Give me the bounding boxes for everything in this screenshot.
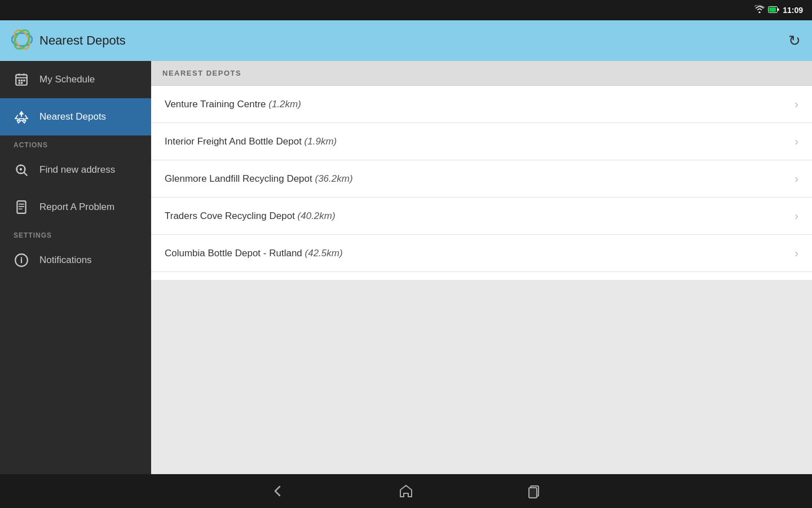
content-remainder — [151, 280, 812, 474]
sidebar-item-nearest-depots[interactable]: Nearest Depots — [0, 98, 151, 135]
sidebar-item-notifications[interactable]: Notifications — [0, 242, 151, 279]
actions-section-label: ACTIONS — [0, 135, 151, 151]
svg-rect-7 — [19, 80, 20, 81]
depot-list-item[interactable]: Glenmore Landfill Recycling Depot (36.2k… — [151, 160, 812, 198]
search-location-icon — [14, 162, 29, 178]
app-title: Nearest Depots — [39, 33, 126, 48]
sidebar-item-report-problem[interactable]: Report A Problem — [0, 189, 151, 226]
refresh-button[interactable]: ↻ — [788, 32, 801, 50]
sidebar-item-my-schedule-label: My Schedule — [39, 74, 95, 85]
depot-name: Interior Freight And Bottle Depot (1.9km… — [165, 136, 337, 147]
content-area: NEAREST DEPOTS Venture Training Centre (… — [151, 61, 812, 474]
time-display: 11:09 — [783, 6, 803, 15]
back-button[interactable] — [270, 483, 285, 499]
chevron-right-icon: › — [795, 247, 798, 260]
status-bar: 11:09 — [0, 0, 812, 20]
sidebar-item-find-address-label: Find new address — [39, 164, 115, 176]
depot-name: Venture Training Centre (1.2km) — [165, 99, 301, 110]
svg-rect-17 — [529, 488, 537, 498]
sidebar-item-notifications-label: Notifications — [39, 255, 92, 266]
recents-button[interactable] — [527, 483, 542, 499]
chevron-right-icon: › — [795, 209, 798, 222]
svg-rect-2 — [778, 8, 779, 11]
svg-point-13 — [20, 168, 22, 170]
chevron-right-icon: › — [795, 135, 798, 148]
settings-section-label: SETTINGS — [0, 226, 151, 242]
main-layout: My Schedule Nearest Depots ACTIONS — [0, 61, 812, 474]
svg-rect-1 — [769, 7, 776, 12]
battery-icon — [768, 5, 779, 15]
home-button[interactable] — [398, 483, 414, 499]
chevron-right-icon: › — [795, 172, 798, 185]
document-icon — [14, 199, 29, 215]
app-bar: Nearest Depots ↻ — [0, 20, 812, 61]
chevron-right-icon: › — [795, 98, 798, 111]
content-section-header: NEAREST DEPOTS — [151, 61, 812, 86]
depot-name: Traders Cove Recycling Depot (40.2km) — [165, 211, 336, 222]
depot-list-item[interactable]: Venture Training Centre (1.2km) › — [151, 86, 812, 123]
svg-rect-10 — [19, 82, 20, 84]
info-icon — [14, 252, 29, 268]
bottom-nav-bar — [0, 474, 812, 508]
calendar-icon — [14, 72, 29, 87]
depot-list-item[interactable]: Traders Cove Recycling Depot (40.2km) › — [151, 198, 812, 235]
sidebar: My Schedule Nearest Depots ACTIONS — [0, 61, 151, 474]
depot-name: Glenmore Landfill Recycling Depot (36.2k… — [165, 173, 353, 185]
depot-name: Columbia Bottle Depot - Rutland (42.5km) — [165, 248, 343, 259]
depot-list: Venture Training Centre (1.2km) › Interi… — [151, 86, 812, 280]
svg-rect-14 — [17, 201, 25, 213]
sidebar-item-nearest-depots-label: Nearest Depots — [39, 111, 106, 122]
svg-rect-11 — [21, 82, 23, 84]
depot-list-item[interactable]: Columbia Bottle Depot - Rutland (42.5km)… — [151, 235, 812, 272]
sidebar-item-find-address[interactable]: Find new address — [0, 151, 151, 189]
depot-list-item[interactable]: Interior Freight And Bottle Depot (1.9km… — [151, 123, 812, 160]
sidebar-item-my-schedule[interactable]: My Schedule — [0, 61, 151, 98]
sidebar-item-report-problem-label: Report A Problem — [39, 202, 114, 213]
svg-rect-8 — [21, 80, 23, 81]
recycle-icon — [14, 109, 29, 125]
svg-rect-9 — [23, 80, 25, 81]
app-logo — [11, 29, 33, 52]
wifi-icon — [754, 5, 765, 15]
